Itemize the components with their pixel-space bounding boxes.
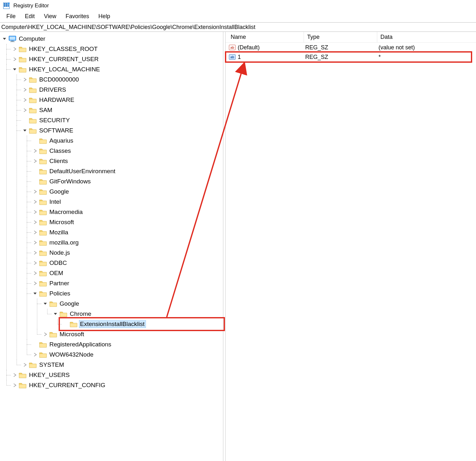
- menu-file[interactable]: File: [3, 12, 19, 20]
- tree-node-hkcr[interactable]: HKEY_CLASSES_ROOT: [12, 44, 223, 54]
- expand-toggle-icon[interactable]: [43, 332, 48, 337]
- expand-toggle-icon[interactable]: [22, 108, 27, 113]
- tree-label: Chrome: [69, 310, 93, 318]
- tree-label: HKEY_LOCAL_MACHINE: [28, 66, 101, 73]
- column-header-name[interactable]: Name: [227, 32, 304, 42]
- expand-toggle-icon[interactable]: [12, 67, 17, 72]
- expand-toggle-icon[interactable]: [12, 46, 17, 52]
- menu-view[interactable]: View: [40, 12, 60, 20]
- tree-label: OEM: [48, 269, 64, 277]
- tree-node-security[interactable]: SECURITY: [22, 115, 223, 125]
- expand-toggle-icon[interactable]: [32, 148, 38, 153]
- tree-pane[interactable]: Computer HKEY_CLASSES_ROOT: [0, 32, 223, 461]
- tree-node-hku[interactable]: HKEY_USERS: [12, 370, 223, 380]
- expand-toggle-icon[interactable]: [32, 230, 38, 235]
- tree-node-mozillaorg[interactable]: mozilla.org: [32, 238, 223, 248]
- expand-toggle-icon[interactable]: [12, 57, 17, 62]
- tree-label: HARDWARE: [38, 96, 76, 104]
- tree-node-system[interactable]: SYSTEM: [22, 360, 223, 370]
- tree-node-policies-microsoft[interactable]: Microsoft: [43, 329, 223, 339]
- expand-toggle-icon[interactable]: [12, 383, 17, 388]
- splitter[interactable]: [223, 32, 226, 461]
- folder-icon: [39, 280, 47, 287]
- tree-node-chrome[interactable]: Chrome: [53, 309, 223, 319]
- tree-node-partner[interactable]: Partner: [32, 278, 223, 288]
- column-header-data[interactable]: Data: [377, 32, 476, 42]
- value-row[interactable]: ab 1 REG_SZ *: [226, 52, 476, 62]
- tree-node-software[interactable]: SOFTWARE: [22, 125, 223, 136]
- value-name: 1: [238, 54, 241, 60]
- tree-label: Microsoft: [48, 218, 75, 226]
- tree-label: Intel: [48, 198, 62, 206]
- tree-label: Google: [48, 188, 70, 195]
- folder-icon: [39, 351, 47, 358]
- expand-toggle-icon[interactable]: [22, 128, 27, 133]
- expand-toggle-icon[interactable]: [32, 220, 38, 225]
- menu-favorites[interactable]: Favorites: [62, 12, 93, 20]
- folder-icon: [39, 341, 47, 348]
- tree-label: Mozilla: [48, 229, 69, 236]
- tree-label: HKEY_USERS: [28, 371, 71, 379]
- expand-toggle-icon[interactable]: [12, 372, 17, 378]
- tree-node-clients[interactable]: Clients: [32, 156, 223, 166]
- tree-node-microsoft[interactable]: Microsoft: [32, 217, 223, 227]
- values-pane[interactable]: Name Type Data ab (Default) REG_SZ (valu…: [226, 32, 476, 461]
- tree-node-policies[interactable]: Policies: [32, 288, 223, 299]
- tree-node-defaultuserenv[interactable]: DefaultUserEnvironment: [32, 166, 223, 176]
- tree-node-computer[interactable]: Computer: [2, 34, 223, 44]
- tree-node-nodejs[interactable]: Node.js: [32, 248, 223, 258]
- expand-toggle-icon[interactable]: [53, 311, 58, 316]
- tree-node-hardware[interactable]: HARDWARE: [22, 95, 223, 105]
- expand-toggle-icon[interactable]: [32, 209, 38, 215]
- tree-node-google[interactable]: Google: [32, 187, 223, 197]
- expand-toggle-icon[interactable]: [43, 301, 48, 306]
- folder-icon: [39, 198, 47, 205]
- expand-toggle-icon[interactable]: [32, 271, 38, 276]
- expand-toggle-icon[interactable]: [32, 291, 38, 296]
- expand-toggle-icon[interactable]: [22, 362, 27, 367]
- expand-toggle-icon[interactable]: [32, 240, 38, 245]
- tree-node-macromedia[interactable]: Macromedia: [32, 207, 223, 217]
- tree-node-registeredapps[interactable]: RegisteredApplications: [32, 339, 223, 350]
- tree-node-oem[interactable]: OEM: [32, 268, 223, 278]
- expand-toggle-icon[interactable]: [32, 352, 38, 357]
- tree-node-extensioninstallblacklist[interactable]: ExtensionInstallBlacklist: [63, 319, 223, 329]
- tree-node-hklm[interactable]: HKEY_LOCAL_MACHINE: [12, 64, 223, 74]
- tree-node-bcd[interactable]: BCD00000000: [22, 74, 223, 85]
- tree-label: DRIVERS: [38, 86, 67, 94]
- column-header-type[interactable]: Type: [304, 32, 377, 42]
- address-bar[interactable]: Computer\HKEY_LOCAL_MACHINE\SOFTWARE\Pol…: [0, 22, 476, 32]
- expand-toggle-icon[interactable]: [22, 87, 27, 92]
- tree-label: HKEY_CLASSES_ROOT: [28, 45, 99, 53]
- menu-bar: File Edit View Favorites Help: [0, 11, 476, 22]
- expand-toggle-icon[interactable]: [22, 97, 27, 103]
- tree-node-drivers[interactable]: DRIVERS: [22, 85, 223, 95]
- expand-toggle-icon[interactable]: [32, 199, 38, 204]
- tree-label: Microsoft: [59, 330, 85, 338]
- expand-toggle-icon[interactable]: [2, 36, 7, 41]
- expand-toggle-icon[interactable]: [32, 189, 38, 194]
- value-row[interactable]: ab (Default) REG_SZ (value not set): [226, 43, 476, 52]
- tree-node-hkcc[interactable]: HKEY_CURRENT_CONFIG: [12, 380, 223, 390]
- expand-toggle-icon[interactable]: [32, 260, 38, 266]
- menu-edit[interactable]: Edit: [21, 12, 39, 20]
- tree-node-intel[interactable]: Intel: [32, 197, 223, 207]
- tree-node-odbc[interactable]: ODBC: [32, 258, 223, 268]
- tree-node-gitforwindows[interactable]: GitForWindows: [32, 176, 223, 187]
- tree-node-mozilla[interactable]: Mozilla: [32, 227, 223, 238]
- tree-label: SYSTEM: [38, 361, 65, 369]
- expand-toggle-icon[interactable]: [32, 250, 38, 255]
- tree-node-hkcu[interactable]: HKEY_CURRENT_USER: [12, 54, 223, 64]
- folder-icon: [19, 56, 26, 63]
- tree-node-policies-google[interactable]: Google: [43, 299, 223, 309]
- expand-toggle-icon[interactable]: [32, 159, 38, 164]
- tree-node-sam[interactable]: SAM: [22, 105, 223, 115]
- folder-icon: [39, 259, 47, 266]
- tree-node-classes[interactable]: Classes: [32, 146, 223, 156]
- tree-node-wow6432[interactable]: WOW6432Node: [32, 350, 223, 360]
- expand-toggle-icon[interactable]: [22, 77, 27, 82]
- expand-toggle-icon[interactable]: [32, 281, 38, 286]
- tree-node-aquarius[interactable]: Aquarius: [32, 136, 223, 146]
- values-header: Name Type Data: [226, 32, 476, 43]
- menu-help[interactable]: Help: [95, 12, 114, 20]
